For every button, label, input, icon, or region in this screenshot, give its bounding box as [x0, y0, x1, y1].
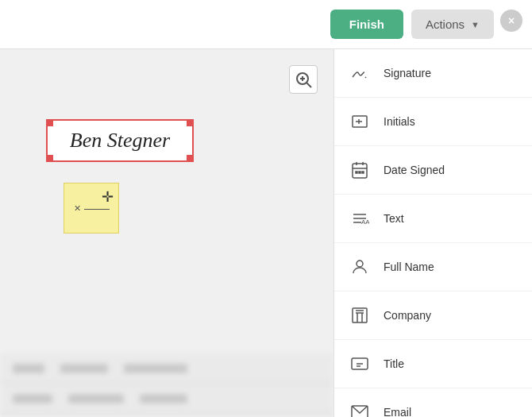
- svg-rect-8: [362, 172, 364, 173]
- id-card-icon: [347, 351, 372, 376]
- panel-item-label-full-name: Full Name: [384, 261, 434, 273]
- resize-handle-br[interactable]: [187, 155, 193, 161]
- blurred-content: [0, 353, 333, 417]
- panel-item-label-text: Text: [384, 212, 404, 225]
- panel-item-label-signature: Signature: [384, 67, 431, 79]
- blurred-row-2: [0, 384, 333, 414]
- svg-line-1: [307, 83, 312, 88]
- envelope-icon: [347, 400, 372, 417]
- text-icon: AA: [347, 206, 372, 231]
- panel-item-text[interactable]: AAText: [334, 195, 532, 243]
- actions-button[interactable]: Actions ▼: [411, 10, 494, 39]
- zoom-icon: [294, 70, 313, 89]
- resize-handle-tr[interactable]: [187, 120, 193, 126]
- zoom-button[interactable]: [289, 65, 318, 94]
- move-icon: ✛: [102, 188, 114, 206]
- chevron-down-icon: ▼: [471, 20, 480, 29]
- document-area: Ben Stegner ✛ ✕: [0, 49, 333, 417]
- resize-handle-tl[interactable]: [47, 120, 53, 126]
- blurred-cell: [124, 364, 187, 373]
- svg-rect-6: [356, 172, 357, 173]
- actions-label: Actions: [426, 17, 465, 31]
- resize-handle-bl[interactable]: [47, 155, 53, 161]
- panel-item-label-initials: Initials: [384, 115, 415, 128]
- right-panel: SignatureInitialsDate SignedAATextFull N…: [333, 49, 532, 417]
- initials-line: [84, 209, 110, 210]
- signature-icon: [347, 60, 372, 86]
- blurred-cell: [68, 394, 124, 403]
- initials-x-mark: ✕: [74, 203, 81, 214]
- blurred-row-1: [0, 353, 333, 384]
- svg-rect-7: [359, 172, 360, 173]
- panel-item-title[interactable]: Title: [334, 340, 532, 388]
- finish-button[interactable]: Finish: [330, 10, 403, 39]
- panel-item-company[interactable]: Company: [334, 292, 532, 340]
- panel-item-full-name[interactable]: Full Name: [334, 243, 532, 292]
- initials-field[interactable]: ✛ ✕: [64, 183, 119, 234]
- svg-rect-5: [353, 164, 367, 178]
- blurred-cell: [60, 364, 108, 373]
- svg-point-10: [357, 261, 363, 267]
- blurred-cell: [13, 364, 44, 373]
- calendar-icon: [347, 157, 372, 183]
- toolbar: Finish Actions ▼ ×: [0, 0, 532, 49]
- close-button[interactable]: ×: [500, 10, 522, 32]
- signature-text: Ben Stegner: [70, 129, 170, 153]
- person-icon: [347, 254, 372, 280]
- signature-field[interactable]: Ben Stegner: [46, 119, 194, 162]
- svg-text:AA: AA: [361, 218, 369, 226]
- blurred-cell: [13, 394, 52, 403]
- panel-item-label-title: Title: [384, 357, 404, 370]
- panel-item-initials[interactable]: Initials: [334, 98, 532, 146]
- building-icon: [347, 303, 372, 328]
- panel-item-email[interactable]: Email: [334, 388, 532, 417]
- panel-item-date-signed[interactable]: Date Signed: [334, 146, 532, 195]
- panel-item-label-company: Company: [384, 309, 431, 322]
- panel-item-label-date-signed: Date Signed: [384, 164, 445, 176]
- initials-icon: [347, 109, 372, 134]
- panel-item-label-email: Email: [384, 406, 411, 417]
- panel-item-signature[interactable]: Signature: [334, 49, 532, 98]
- blurred-cell: [140, 394, 187, 403]
